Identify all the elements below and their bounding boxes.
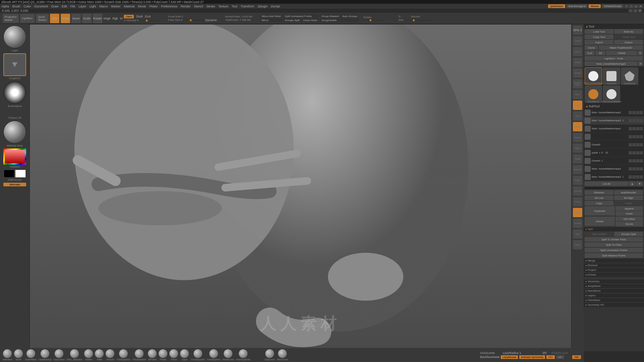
brush-move[interactable]: Move — [14, 349, 23, 361]
brush-insertsphere[interactable]: InsertSphere — [207, 349, 220, 361]
gozall-button[interactable]: All — [595, 51, 605, 55]
import-button[interactable]: Import — [585, 40, 613, 45]
groupssplit-button[interactable]: Groups Split — [283, 18, 301, 22]
rename-button[interactable]: Rename — [585, 190, 613, 195]
autogroups-button[interactable]: Auto Groups — [341, 14, 359, 18]
symz-button[interactable]: >Z< — [556, 355, 564, 359]
arraymesh-section[interactable]: ArrayMesh — [584, 284, 644, 288]
brush-slicecurve[interactable]: SliceCurve — [277, 349, 288, 361]
remesh-section[interactable]: Remesh — [584, 263, 644, 267]
subtool-slider[interactable] — [585, 187, 643, 189]
nav-zoom[interactable]: Zoom — [573, 47, 582, 56]
defaultzscript-button[interactable]: DefaultZScript — [602, 4, 623, 8]
menu-stroke[interactable]: Stroke — [206, 5, 215, 8]
quicksketch-button[interactable]: Quick Sketch — [36, 14, 49, 23]
backfacemask-button[interactable]: BackfaceMask — [480, 355, 500, 359]
brush-smooth[interactable]: Smooth — [106, 349, 114, 361]
copytool-button[interactable]: Copy Tool — [585, 35, 613, 39]
lightboxtools-button[interactable]: Lightbox › Tools — [585, 56, 643, 61]
goz-button[interactable]: GoZ — [585, 51, 595, 55]
splitsimilar-button[interactable]: Split To Similar Parts — [585, 237, 643, 242]
menu-alpha[interactable]: Alpha — [1, 5, 9, 8]
smooth-label[interactable]: Smooth — [411, 15, 420, 18]
alpha-thumb[interactable] — [3, 81, 26, 104]
symm-button[interactable]: >M< — [572, 355, 581, 359]
rgb-button[interactable]: Rgb — [112, 17, 118, 20]
alllow-button[interactable]: All Low — [585, 195, 613, 200]
groupmasked-button[interactable]: Group Masked — [320, 14, 340, 18]
lazyradius-label[interactable]: LazyRadius 1 — [503, 351, 521, 355]
insert-button[interactable]: Insert — [615, 211, 643, 216]
splitmasked-button[interactable]: Split Masked Points — [585, 253, 643, 258]
subtool-header[interactable]: SubTool — [584, 104, 644, 109]
nav-scroll[interactable]: Scroll — [573, 36, 582, 46]
layers-section[interactable]: Layers — [584, 293, 644, 298]
moveup-button[interactable]: ▲ — [629, 181, 636, 186]
brush-insertcube[interactable]: InsertCube — [222, 349, 234, 361]
menu-marker[interactable]: Marker — [111, 5, 120, 8]
brush-standard[interactable]: Standard — [3, 349, 12, 361]
menu-stencil[interactable]: Stencil — [194, 5, 203, 8]
menu-macro[interactable]: Macro — [99, 5, 108, 8]
brush-curvequad[interactable]: CurveQuadFi — [191, 349, 205, 361]
subtool-row[interactable]: Extract9 — [584, 141, 644, 149]
quicksave-button[interactable]: QuickSave — [548, 4, 565, 8]
menu-preferences[interactable]: Preferences — [161, 5, 177, 8]
subtool-row[interactable]: gojnik_v_0__02 — [584, 149, 644, 157]
export-button[interactable]: Export — [614, 40, 643, 45]
move-mode-button[interactable]: Move — [71, 14, 81, 23]
tool-item-2[interactable]: PolyMesh3D — [621, 67, 638, 85]
lazymouse-button[interactable]: LazyMouse — [501, 355, 518, 359]
nav-frame[interactable]: Frame — [573, 133, 582, 142]
nav-persp[interactable]: Dynamic Persp — [573, 79, 582, 88]
nav-floor[interactable]: Floor — [573, 90, 582, 99]
brush-scalemask[interactable]: ScaleMask — [25, 349, 36, 361]
subtool-row[interactable]: Nickz_humanMaleAverage3_1 — [584, 173, 644, 181]
nav-dynahi[interactable]: DynaHi — [573, 219, 582, 228]
brush-inflat[interactable]: Inflat — [95, 349, 104, 361]
delother-button[interactable]: Del Other — [615, 217, 643, 221]
project-section[interactable]: Project — [584, 267, 644, 272]
drawsize-slider[interactable] — [184, 20, 204, 21]
brush-planar[interactable]: Planar — [159, 349, 167, 361]
menu-color[interactable]: Color — [24, 5, 31, 8]
menu-render[interactable]: Render — [181, 5, 191, 8]
viewport-canvas[interactable] — [30, 24, 571, 351]
extract-section[interactable]: Extract — [584, 272, 644, 277]
zintensity-label[interactable]: Z Intensity 5 — [124, 19, 139, 22]
autoreorder-button[interactable]: AutoReorder — [614, 190, 643, 195]
accucurve-button[interactable]: AccuCurve — [480, 351, 495, 355]
nav-solo[interactable]: Solo — [573, 229, 582, 239]
rotate-label[interactable]: Rotate — [364, 16, 384, 19]
focalshift-label[interactable]: Focal Shift 0 — [168, 15, 217, 18]
zsub-button[interactable]: Zsub — [136, 15, 143, 18]
brush-mpolish[interactable]: MPolish — [148, 349, 157, 361]
swatch-white[interactable] — [15, 170, 26, 178]
tool-item-0[interactable]: Nickz_humanMaleAv — [585, 67, 602, 85]
nav-scale[interactable]: Scale — [573, 154, 582, 164]
append-button[interactable]: Append — [615, 206, 643, 211]
subtool-row[interactable]: Extract4_1 — [584, 157, 644, 165]
material-thumb[interactable] — [3, 121, 26, 143]
splitparts-button[interactable]: Split To Parts — [585, 242, 643, 247]
nav-rotxyz[interactable]: RotXYZ — [573, 165, 582, 174]
viewport[interactable]: 人人素材 — [30, 24, 572, 351]
seethrough-slider[interactable]: See-through 0 — [567, 4, 588, 8]
close-icon[interactable]: ✕ — [639, 5, 643, 8]
geometry-section[interactable]: Geometry — [584, 279, 644, 284]
brush-trimdynamic[interactable]: TrimDynamic — [116, 349, 130, 361]
movedown-button[interactable]: ▼ — [636, 181, 643, 186]
subtool-row[interactable]: Nickz_humanMaleAverage2 — [584, 109, 644, 117]
menu-picker[interactable]: Picker — [149, 5, 158, 8]
dynamic-button[interactable]: Dynamic — [205, 18, 217, 22]
nav-polyf[interactable]: PolyF — [573, 176, 582, 185]
menu-draw[interactable]: Draw — [51, 5, 58, 8]
nav-aahalf[interactable]: AAHalf — [573, 68, 582, 78]
fibermesh-section[interactable]: FiberMesh — [584, 298, 644, 302]
groupvisible-button[interactable]: GroupVisible — [320, 18, 359, 22]
menu-movie[interactable]: Movie — [138, 5, 146, 8]
closeholes-button[interactable]: Close Holes — [302, 18, 319, 22]
menu-brush[interactable]: Brush — [12, 5, 20, 8]
m-button[interactable]: M — [120, 17, 123, 20]
mirrorweld-button[interactable]: Mirror And Weld — [260, 14, 282, 18]
